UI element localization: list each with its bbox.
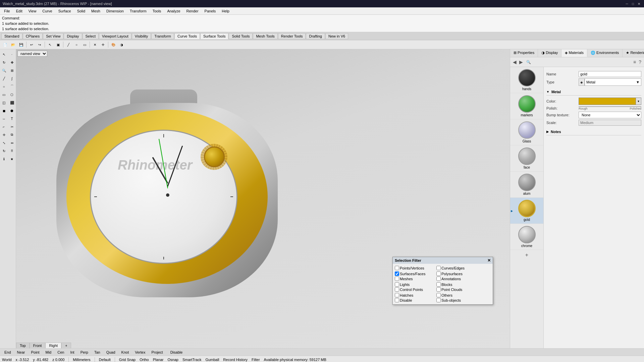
material-item-hands[interactable]: hands (510, 67, 543, 93)
record-history-btn[interactable]: Record History (223, 358, 248, 362)
nav-back-button[interactable]: ◀ (512, 59, 517, 65)
toolbar-tab-display[interactable]: Display (64, 33, 82, 39)
menu-render[interactable]: Render (184, 8, 201, 14)
ortho-btn[interactable]: Ortho (140, 358, 149, 362)
select-button[interactable]: ↖ (46, 41, 54, 48)
circle-button[interactable]: ○ (73, 41, 80, 48)
toolbar-tab-cplanes[interactable]: CPlanes (23, 33, 43, 39)
scale-input[interactable] (579, 120, 641, 126)
menu-dimension[interactable]: Dimension (104, 8, 126, 14)
sf-point-clouds[interactable]: Point Clouds (436, 287, 477, 292)
tab-display[interactable]: ◑ Display (538, 49, 561, 57)
lt-fillet[interactable]: ⌐ (0, 123, 8, 130)
toolbar-tab-curve-tools[interactable]: Curve Tools (174, 33, 200, 39)
toolbar-tab-solid-tools[interactable]: Solid Tools (229, 33, 253, 39)
menu-mesh[interactable]: Mesh (89, 8, 103, 14)
toolbar-tab-viewport-layout[interactable]: Viewport Layout (99, 33, 131, 39)
toolbar-tab-select[interactable]: Select (83, 33, 99, 39)
menu-help[interactable]: Help (219, 8, 232, 14)
menu-surface[interactable]: Surface (56, 8, 74, 14)
sf-close-button[interactable]: ✕ (487, 258, 491, 263)
snap-near[interactable]: Near (15, 350, 28, 355)
sf-cb-blocks[interactable] (436, 282, 441, 287)
lt-render2[interactable]: ★ (8, 155, 16, 163)
lt-select[interactable]: ↖ (0, 51, 8, 58)
sf-cb-sub-objects[interactable] (436, 298, 441, 302)
snap-cen[interactable]: Cen (55, 350, 66, 355)
lt-rotate[interactable]: ↻ (0, 147, 8, 155)
notes-section-header[interactable]: ▶ Notes (546, 128, 641, 135)
panel-help-button[interactable]: ? (638, 59, 642, 65)
snap-project[interactable]: Project (149, 350, 165, 355)
close-button[interactable]: ✕ (637, 1, 641, 6)
view-tab-top[interactable]: Top (16, 343, 30, 348)
lt-zoom-in[interactable]: 🔍 (0, 67, 8, 74)
lt-array[interactable]: ⠿ (8, 147, 16, 155)
undo-button[interactable]: ↩ (28, 41, 35, 48)
new-button[interactable]: 📄 (1, 41, 9, 48)
planar-btn[interactable]: Planar (153, 358, 164, 362)
color-swatch[interactable] (579, 98, 636, 105)
lt-point[interactable]: · (8, 51, 16, 58)
toolbar-tab-standard[interactable]: Standard (1, 33, 22, 39)
sf-cb-disable[interactable] (395, 298, 399, 302)
maximize-button[interactable]: □ (631, 1, 635, 6)
sf-control-points[interactable]: Control Points (395, 287, 435, 292)
rectangle-button[interactable]: ▭ (81, 41, 88, 48)
view-tab-front[interactable]: Front (30, 343, 46, 348)
toolbar-tab-new-in-v6[interactable]: New in V6 (325, 33, 348, 39)
sf-sub-objects[interactable]: Sub-objects (436, 298, 477, 302)
shade-button[interactable]: ◑ (118, 41, 125, 48)
snap-disable[interactable]: Disable (168, 350, 185, 355)
toolbar-tab-drafting[interactable]: Drafting (306, 33, 325, 39)
add-material-button[interactable]: + (510, 250, 543, 260)
metal-section-header[interactable]: ▼ Metal (546, 88, 641, 96)
sf-cb-points[interactable] (395, 266, 399, 270)
sf-cb-control-points[interactable] (395, 287, 399, 292)
snap-int[interactable]: Int (68, 350, 76, 355)
lt-move[interactable]: ✛ (0, 131, 8, 138)
lt-surface[interactable]: ◫ (0, 99, 8, 106)
snap-perp[interactable]: Perp (78, 350, 91, 355)
bump-select[interactable]: None (579, 112, 641, 118)
tab-properties[interactable]: ⊞ Properties (510, 49, 538, 57)
named-view-select[interactable]: named view Top Front Right Perspective (17, 51, 47, 57)
material-item-face[interactable]: face (510, 145, 543, 172)
menu-curve[interactable]: Curve (40, 8, 55, 14)
material-item-chrome[interactable]: chrome (510, 224, 543, 250)
view-tab-add[interactable]: + (61, 343, 71, 348)
material-item-glass[interactable]: Glass (510, 119, 543, 145)
tab-environments[interactable]: 🌐 Environments (587, 49, 623, 57)
filter-btn[interactable]: Filter (252, 358, 260, 362)
menu-transform[interactable]: Transform (127, 8, 149, 14)
tab-materials[interactable]: ◈ Materials (561, 49, 587, 57)
sf-cb-curves[interactable] (436, 266, 441, 270)
panel-menu-button[interactable]: ≡ (633, 59, 637, 65)
lt-dim[interactable]: ↔ (0, 115, 8, 122)
lt-line[interactable]: ╱ (0, 75, 8, 82)
open-button[interactable]: 📂 (9, 41, 17, 48)
sf-meshes[interactable]: Meshes (395, 277, 435, 281)
polish-bar[interactable] (579, 106, 641, 107)
lt-circle[interactable]: ○ (0, 83, 8, 90)
menu-edit[interactable]: Edit (13, 8, 25, 14)
toolbar-tab-mesh-tools[interactable]: Mesh Tools (253, 33, 277, 39)
material-item-alum[interactable]: alum (510, 172, 543, 198)
sf-others[interactable]: Others (436, 293, 477, 297)
nav-forward-button[interactable]: ▶ (519, 59, 524, 65)
name-input[interactable] (579, 71, 641, 77)
toolbar-tab-surface-tools[interactable]: Surface Tools (200, 33, 228, 39)
snap-tan[interactable]: Tan (92, 350, 103, 355)
lt-trim[interactable]: ✂ (8, 123, 16, 130)
move-button[interactable]: ✛ (99, 41, 107, 48)
lt-mesh[interactable]: ⬢ (8, 107, 16, 114)
snap-vertex[interactable]: Vertex (132, 350, 148, 355)
sf-disable[interactable]: Disable (395, 298, 435, 302)
lt-copy[interactable]: ⧉ (8, 131, 16, 138)
line-button[interactable]: ╱ (65, 41, 72, 48)
sf-polysurfaces[interactable]: Polysurfaces (436, 272, 477, 276)
minimize-button[interactable]: ─ (625, 1, 629, 6)
redo-button[interactable]: ↪ (36, 41, 43, 48)
toolbar-tab-set-view[interactable]: Set View (43, 33, 63, 39)
type-dropdown[interactable]: Metal ▼ (585, 78, 641, 86)
